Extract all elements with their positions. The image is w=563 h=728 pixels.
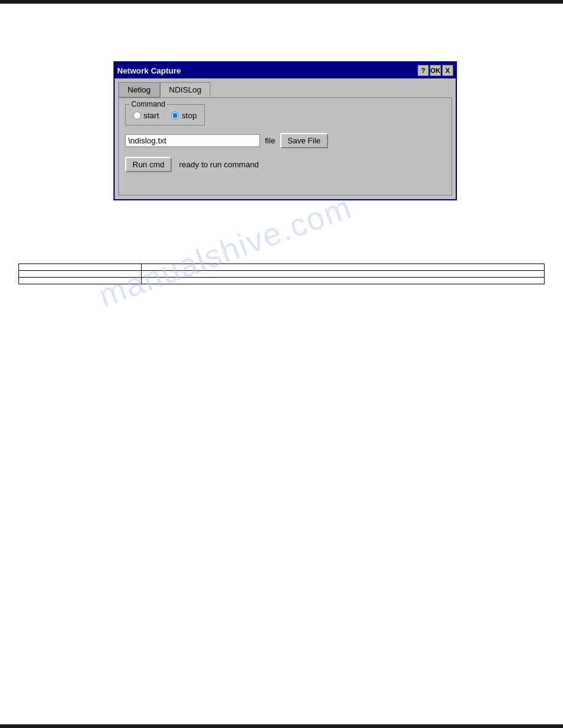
- table-cell: [19, 264, 142, 271]
- radio-stop-input[interactable]: [171, 112, 179, 119]
- tab-content-ndislog: Command start stop file Save File: [118, 97, 452, 195]
- tab-ndislog[interactable]: NDISLog: [160, 82, 211, 97]
- radio-group: start stop: [133, 111, 197, 120]
- network-capture-dialog: Network Capture ? OK X Netlog NDISLog Co…: [113, 61, 457, 200]
- ok-button[interactable]: OK: [430, 65, 441, 76]
- radio-start-input[interactable]: [133, 112, 141, 119]
- table-cell: [19, 271, 142, 278]
- table-container: [18, 264, 545, 284]
- run-row: Run cmd ready to run command: [125, 157, 445, 172]
- save-file-button[interactable]: Save File: [280, 133, 328, 148]
- help-button[interactable]: ?: [418, 65, 429, 76]
- table-row: [19, 271, 545, 278]
- table-row: [19, 278, 545, 284]
- dialog-title: Network Capture: [117, 66, 181, 75]
- run-cmd-button[interactable]: Run cmd: [125, 157, 172, 172]
- titlebar-buttons: ? OK X: [418, 65, 453, 76]
- table-cell: [142, 264, 545, 271]
- status-text: ready to run command: [179, 160, 259, 169]
- file-row: file Save File: [125, 133, 445, 148]
- top-border: [0, 0, 563, 4]
- watermark: manualshive.com: [94, 188, 357, 314]
- table-cell: [142, 271, 545, 278]
- command-group: Command start stop: [125, 104, 205, 126]
- radio-start[interactable]: start: [133, 111, 159, 120]
- file-label: file: [265, 136, 275, 145]
- bottom-border: [0, 724, 563, 728]
- table-cell: [19, 278, 142, 284]
- dialog-content: Netlog NDISLog Command start stop: [115, 78, 456, 199]
- command-legend: Command: [129, 100, 167, 108]
- table-cell: [142, 278, 545, 284]
- data-table: [18, 264, 545, 284]
- tab-netlog[interactable]: Netlog: [118, 82, 160, 97]
- tabs-row: Netlog NDISLog: [118, 82, 452, 97]
- dialog-titlebar: Network Capture ? OK X: [115, 63, 456, 78]
- table-row: [19, 264, 545, 271]
- file-path-input[interactable]: [125, 134, 260, 147]
- close-button[interactable]: X: [442, 65, 453, 76]
- radio-stop[interactable]: stop: [171, 111, 197, 120]
